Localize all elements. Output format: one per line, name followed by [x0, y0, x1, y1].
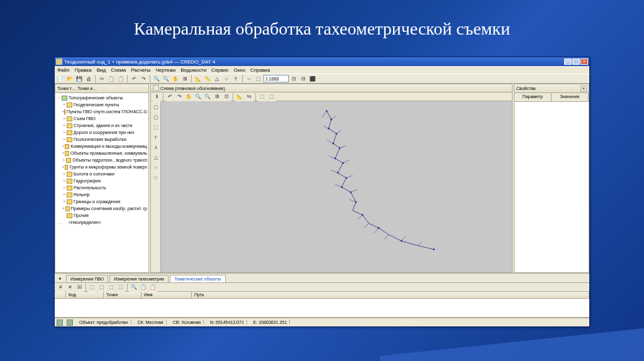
grid-col-code[interactable]: Код	[66, 292, 104, 299]
menu-window[interactable]: Окно	[234, 67, 246, 73]
tree-item[interactable]: +Примеры сочетания изобр. растит. гр	[55, 205, 148, 212]
zoomin-icon[interactable]: 🔍	[152, 74, 161, 83]
tool-icon[interactable]: ⬚	[254, 74, 263, 83]
minimize-button[interactable]: _	[564, 58, 572, 65]
side-tool[interactable]: ▢	[152, 113, 160, 121]
menu-view[interactable]: Вид	[97, 67, 106, 73]
paste-icon[interactable]: 📋	[116, 74, 125, 83]
tree-item[interactable]: +Съем ПВО	[55, 115, 148, 122]
window-icon[interactable]: ⊡	[222, 92, 231, 101]
tree-item[interactable]: +Геодезические пункты	[55, 101, 148, 108]
tree-item[interactable]: +Объекты промышленные, коммуналь	[55, 150, 148, 157]
tool-icon[interactable]: ⊟	[299, 74, 308, 83]
side-tool[interactable]: ▢	[152, 103, 160, 111]
zoomout-icon[interactable]: 🔍	[162, 74, 170, 83]
fit-icon[interactable]: ⊞	[180, 74, 189, 83]
panel-close-icon[interactable]: ×	[580, 86, 587, 92]
tree-item-undefined[interactable]: …<Неопределен>	[55, 219, 148, 226]
prop-col-value[interactable]: Значение	[552, 93, 589, 101]
tree-item[interactable]: +Объекты гидротехн., водного трансп	[55, 157, 148, 164]
fit-icon[interactable]: ⊞	[213, 92, 221, 101]
grid-col-name[interactable]: Имя	[142, 292, 192, 299]
open-icon[interactable]: 📂	[65, 74, 74, 83]
menu-help[interactable]: Справка	[250, 67, 270, 73]
tool-icon[interactable]: ⬚	[116, 283, 125, 292]
side-tool[interactable]: T	[152, 133, 160, 142]
grid-col[interactable]	[55, 292, 66, 299]
tab-nav-icon[interactable]: ▸	[56, 274, 65, 282]
grid-col-points[interactable]: Точки	[104, 292, 142, 299]
pan-icon[interactable]: ✋	[171, 74, 180, 83]
tree-item[interactable]: +Границы и ограждения	[55, 198, 148, 205]
text-icon[interactable]: T	[231, 74, 240, 83]
tool-icon[interactable]: ○	[222, 74, 231, 83]
side-tool[interactable]: △	[152, 153, 160, 162]
tree-item[interactable]: +Растительность	[55, 184, 148, 191]
tree-item[interactable]: +Болота и солончаки	[55, 170, 148, 177]
pan-icon[interactable]: ✋	[184, 92, 193, 101]
close-button[interactable]: ×	[580, 58, 588, 65]
zoomin-icon[interactable]: 🔍	[194, 92, 203, 101]
tree-root[interactable]: −Топографические объекты	[55, 94, 148, 101]
tool-icon[interactable]: 📐	[235, 92, 244, 101]
tool-icon[interactable]: ⬚	[258, 92, 267, 101]
canvas-header-icon[interactable]	[153, 85, 159, 91]
redo-icon[interactable]: ↷	[139, 74, 148, 83]
undo-icon[interactable]: ↶	[130, 74, 138, 83]
menu-drawings[interactable]: Чертежи	[155, 67, 175, 73]
copy-icon[interactable]: 📋	[107, 74, 116, 83]
tool-icon[interactable]: %	[245, 92, 253, 101]
tool-icon[interactable]: ↔	[245, 74, 253, 83]
tool-icon[interactable]: ⬚	[107, 283, 116, 292]
tab-pvo[interactable]: Измерения ПВО	[66, 275, 108, 282]
tree-item[interactable]: +Пункты ПВО спутн.систем ГЛОНАСС-G	[55, 108, 148, 115]
tree-item[interactable]: +Дороги и сооружения при них	[55, 129, 148, 136]
tool-icon[interactable]: ⬚	[88, 283, 97, 292]
maximize-button[interactable]: □	[572, 58, 580, 65]
tab-tacheo[interactable]: Измерения тахеометрии	[109, 275, 169, 282]
object-tree[interactable]: −Топографические объекты +Геодезические …	[55, 93, 148, 272]
tool-icon[interactable]: 🔍	[130, 283, 138, 292]
grid-col-path[interactable]: Путь	[192, 292, 589, 299]
menu-file[interactable]: Файл	[57, 67, 70, 73]
tool-icon[interactable]: ⊡	[289, 74, 298, 83]
grid-body[interactable]	[55, 299, 589, 318]
tree-item[interactable]: +Геологические выработки	[55, 136, 148, 143]
tree-item[interactable]: Прочие	[55, 212, 148, 219]
save-icon[interactable]: 💾	[75, 74, 84, 83]
scale-input[interactable]	[264, 75, 289, 82]
tree-item[interactable]: +Гидрография	[55, 177, 148, 184]
undo-icon[interactable]: ↶	[165, 92, 174, 101]
zoomout-icon[interactable]: 🔍	[203, 92, 212, 101]
new-icon[interactable]: 📄	[56, 74, 65, 83]
side-tool[interactable]: ○	[152, 163, 160, 172]
tree-item[interactable]: +Грунты и микроформы земной поверх	[55, 164, 148, 170]
menu-service[interactable]: Сервис	[211, 67, 228, 73]
tool-icon[interactable]: ⬚	[267, 92, 276, 101]
redo-icon[interactable]: ↷	[175, 92, 184, 101]
side-tool[interactable]: ⬚	[152, 123, 160, 131]
tool-icon[interactable]: 📐	[194, 74, 203, 83]
side-tool[interactable]: □	[152, 173, 160, 182]
info-icon[interactable]: ℹ	[152, 92, 161, 101]
tab-thematic[interactable]: Тематические объекты	[170, 275, 226, 282]
tool-icon[interactable]: △	[213, 74, 221, 83]
cut-icon[interactable]: ✂	[97, 74, 106, 83]
tool-icon[interactable]: 📋	[139, 283, 148, 292]
print-icon[interactable]: 🖨	[84, 74, 93, 83]
menu-calc[interactable]: Расчеты	[131, 67, 150, 73]
tree-item[interactable]: +Рельеф	[55, 191, 148, 198]
tool-icon[interactable]: ⬚	[97, 283, 106, 292]
tool-icon[interactable]: ☒	[75, 283, 84, 292]
menu-edit[interactable]: Правка	[75, 67, 92, 73]
menu-reports[interactable]: Ведомости	[180, 67, 206, 73]
tool-icon[interactable]: ⬛	[308, 74, 317, 83]
drawing-canvas[interactable]	[161, 101, 512, 272]
tool-icon[interactable]: 📋	[148, 283, 157, 292]
menu-scheme[interactable]: Схема	[111, 67, 126, 73]
side-tool[interactable]: ∧	[152, 143, 160, 152]
prop-col-param[interactable]: Параметр	[514, 93, 552, 101]
tool-icon[interactable]: ✕	[65, 283, 74, 292]
tree-item[interactable]: +Коммуникации и выходы коммуникац	[55, 143, 148, 150]
tool-icon[interactable]: 📏	[203, 74, 212, 83]
